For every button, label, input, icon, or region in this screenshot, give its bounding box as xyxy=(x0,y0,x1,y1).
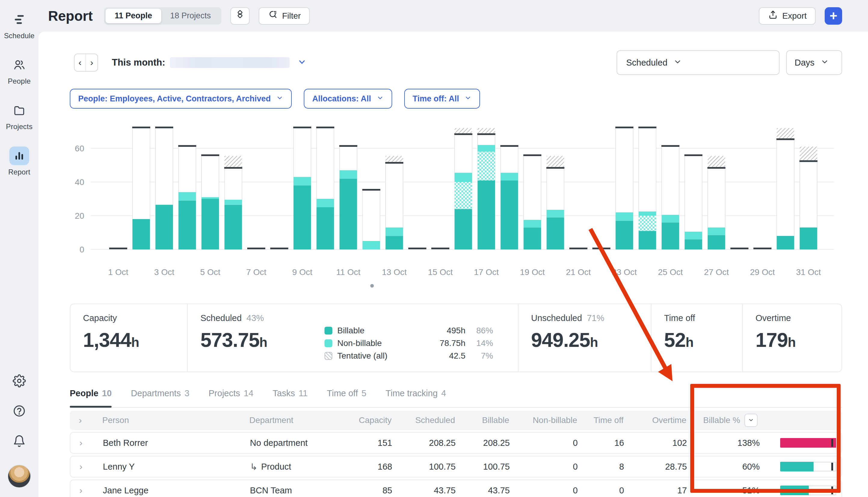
non-billable-cell: 0 xyxy=(510,486,578,496)
summary-scheduled: Scheduled 43% 573.75h Billable495h86%Non… xyxy=(187,304,518,371)
svg-text:5 Oct: 5 Oct xyxy=(200,268,220,277)
chevron-down-icon xyxy=(464,94,472,103)
capacity-value: 1,344 xyxy=(83,329,131,351)
sidebar-item-schedule[interactable]: Schedule xyxy=(4,10,34,40)
svg-text:3 Oct: 3 Oct xyxy=(154,268,174,277)
tab-tasks[interactable]: Tasks11 xyxy=(273,387,308,407)
sidebar-item-report[interactable]: Report xyxy=(4,146,34,176)
table-row[interactable]: ›Jane LeggeBCN Team8543.7543.75001751% xyxy=(70,480,842,497)
billable-cell: 100.75 xyxy=(455,462,510,472)
billable-pct-bar xyxy=(760,438,847,448)
svg-text:13 Oct: 13 Oct xyxy=(382,268,407,277)
overtime-value: 179 xyxy=(755,329,788,351)
filter-pill-1[interactable]: Allocations: All xyxy=(304,89,392,109)
legend-row-nonbillable: Non-billable78.75h14% xyxy=(324,339,493,348)
metric-select[interactable]: Scheduled xyxy=(617,50,780,75)
timeoff-value: 52 xyxy=(664,329,685,351)
non-billable-cell: 0 xyxy=(510,438,578,448)
settings-button[interactable] xyxy=(13,374,26,389)
layers-button[interactable] xyxy=(230,7,250,25)
unit-select-value: Days xyxy=(795,58,814,68)
scheduled-label: Scheduled xyxy=(200,313,242,323)
notifications-button[interactable] xyxy=(13,435,26,449)
filter-pill-label: People: Employees, Active, Contractors, … xyxy=(78,94,271,103)
tab-time-off[interactable]: Time off5 xyxy=(327,387,366,407)
legend-swatch-tentative xyxy=(324,352,332,360)
department-cell: ↳Product xyxy=(236,462,332,472)
col-time-off[interactable]: Time off xyxy=(577,415,623,425)
col-scheduled[interactable]: Scheduled xyxy=(392,415,455,425)
filter-pill-row: People: Employees, Active, Contractors, … xyxy=(70,89,842,109)
svg-text:1 Oct: 1 Oct xyxy=(108,268,128,277)
gear-icon xyxy=(13,383,26,388)
col-person[interactable]: Person xyxy=(91,415,235,425)
person-name[interactable]: Jane Legge xyxy=(91,486,236,496)
table-row[interactable]: ›Lenny Y↳Product168100.75100.750828.7560… xyxy=(70,456,842,478)
non-billable-cell: 0 xyxy=(510,462,578,472)
scheduled-cell: 208.25 xyxy=(392,438,455,448)
person-name[interactable]: Beth Rorrer xyxy=(91,438,236,448)
help-button[interactable] xyxy=(13,404,26,419)
tab-projects[interactable]: Projects14 xyxy=(209,387,254,407)
legend-row-billable: Billable495h86% xyxy=(324,326,493,336)
scheduled-value: 573.75 xyxy=(200,329,259,351)
period-date-range-redacted[interactable] xyxy=(170,57,290,68)
expand-row-chevron-icon[interactable]: › xyxy=(70,438,91,448)
stack-icon xyxy=(235,10,245,22)
overtime-label: Overtime xyxy=(755,313,791,323)
chevron-down-icon xyxy=(276,94,283,103)
period-dropdown-chevron-icon[interactable] xyxy=(298,57,306,68)
app-window: SchedulePeopleProjectsReport Report 11 P… xyxy=(0,0,868,497)
billable-pct-cell: 60% xyxy=(687,462,760,472)
col-department[interactable]: Department xyxy=(235,415,331,425)
tab-people[interactable]: People10 xyxy=(70,387,112,407)
tab-departments[interactable]: Departments3 xyxy=(131,387,189,407)
billable-pct-options-button[interactable] xyxy=(744,414,757,427)
sidebar-item-label: Report xyxy=(8,168,30,176)
chevron-down-icon xyxy=(674,57,682,68)
capacity-cell: 168 xyxy=(332,462,392,472)
avatar[interactable] xyxy=(8,465,31,488)
bell-icon xyxy=(13,443,26,449)
table-row[interactable]: ›Beth RorrerNo department151208.25208.25… xyxy=(70,432,842,454)
person-name[interactable]: Lenny Y xyxy=(91,462,236,472)
filter-button[interactable]: Filter xyxy=(259,7,310,25)
time-off-cell: 16 xyxy=(578,438,624,448)
expand-row-chevron-icon[interactable]: › xyxy=(70,462,91,472)
legend-row-tentative: Tentative (all)42.57% xyxy=(324,351,493,361)
tab-time-tracking[interactable]: Time tracking4 xyxy=(386,387,446,407)
100-percent-tick xyxy=(831,463,833,470)
projects-icon xyxy=(9,101,29,120)
sidebar-bottom xyxy=(8,374,31,497)
time-off-cell: 0 xyxy=(578,486,624,496)
unit-select[interactable]: Days xyxy=(786,50,842,75)
svg-text:29 Oct: 29 Oct xyxy=(750,268,775,277)
filter-pill-2[interactable]: Time off: All xyxy=(404,89,480,109)
filter-pill-0[interactable]: People: Employees, Active, Contractors, … xyxy=(70,89,292,109)
svg-text:7 Oct: 7 Oct xyxy=(246,268,266,277)
expand-all-chevron-icon[interactable]: › xyxy=(70,415,91,425)
sidebar-item-projects[interactable]: Projects xyxy=(4,101,34,131)
next-period-button[interactable]: › xyxy=(86,54,98,71)
svg-text:60: 60 xyxy=(75,144,84,153)
col-billable-pct[interactable]: Billable % xyxy=(686,414,759,427)
chart-legend: Billable495h86%Non-billable78.75h14%Tent… xyxy=(324,326,493,361)
col-non-billable[interactable]: Non-billable xyxy=(509,415,577,425)
svg-text:19 Oct: 19 Oct xyxy=(520,268,545,277)
prev-period-button[interactable]: ‹ xyxy=(75,54,86,71)
sidebar-item-people[interactable]: People xyxy=(4,56,34,85)
toggle-projects[interactable]: 18 Projects xyxy=(161,9,220,23)
sidebar: SchedulePeopleProjectsReport xyxy=(0,0,39,497)
expand-row-chevron-icon[interactable]: › xyxy=(70,485,91,496)
toggle-people[interactable]: 11 People xyxy=(105,9,161,23)
help-icon xyxy=(13,413,26,418)
col-capacity[interactable]: Capacity xyxy=(331,415,392,425)
col-billable[interactable]: Billable xyxy=(455,415,509,425)
add-button[interactable]: + xyxy=(825,7,842,25)
col-overtime[interactable]: Overtime xyxy=(623,415,686,425)
people-icon xyxy=(9,56,29,74)
billable-cell: 208.25 xyxy=(455,438,510,448)
sub-department-icon: ↳ xyxy=(250,462,258,472)
export-button[interactable]: Export xyxy=(759,7,816,25)
department-cell: No department xyxy=(236,438,332,448)
